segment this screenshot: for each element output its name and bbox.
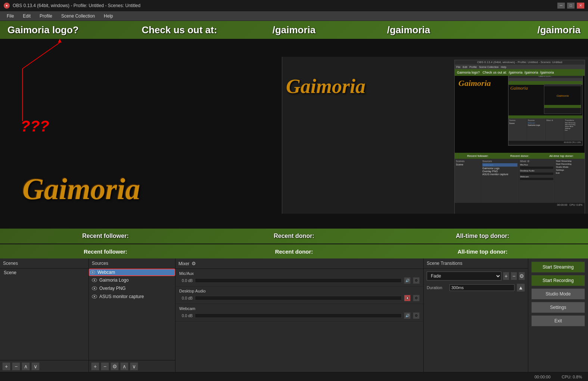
sources-header: Sources bbox=[89, 258, 175, 269]
duration-label: Duration bbox=[427, 285, 447, 290]
mixer-webcam-level bbox=[195, 313, 402, 318]
mixer-panel: Mixer Mic/Aux 0.0 dB 🔊 ⚙ Desktop Audio bbox=[175, 258, 424, 372]
mixer-webcam-mute-button[interactable]: 🔊 bbox=[404, 312, 411, 319]
status-time: 00:00:00 bbox=[535, 375, 551, 379]
mixer-mic-settings-button[interactable]: ⚙ bbox=[413, 277, 420, 284]
controls-panel: Start Streaming Start Recording Studio M… bbox=[528, 258, 588, 372]
scenes-add-button[interactable]: + bbox=[2, 362, 10, 371]
nested2-status: 00:00:00 CPU: 0.8% bbox=[455, 203, 585, 207]
mixer-mic-db: 0.0 dB bbox=[179, 279, 193, 283]
nested2-title: OBS 0.13.4 (64bit, windows) - Profile: U… bbox=[455, 60, 585, 65]
close-button[interactable]: ✕ bbox=[577, 3, 584, 9]
mixer-mic-mute-button[interactable]: 🔊 bbox=[404, 277, 411, 284]
status-row: 00:00:00 CPU: 0.8% bbox=[0, 372, 588, 381]
scenes-remove-button[interactable]: − bbox=[12, 362, 20, 371]
menu-edit[interactable]: Edit bbox=[19, 12, 34, 20]
svg-marker-2 bbox=[58, 39, 62, 43]
mixer-channel-desktop: Desktop Audio 0.0 dB 🔇 ⚙ bbox=[175, 286, 423, 304]
scenes-header: Scenes bbox=[0, 258, 88, 269]
source-label-asus: ASUS monitor capture bbox=[99, 294, 144, 299]
canvas-content: ??? Gaimoria OBS 0.13.4 (64bit, windows)… bbox=[0, 39, 588, 229]
transition-select[interactable]: Fade Cut Swipe Slide bbox=[427, 272, 501, 281]
mixer-desktop-mute-button[interactable]: 🔇 bbox=[404, 295, 411, 301]
window-controls[interactable]: ─ □ ✕ bbox=[557, 3, 584, 9]
preview-area: Gaimoria logo? Check us out at: /gaimori… bbox=[0, 21, 588, 244]
source-label-gaimoria: Gaimoria Logo bbox=[99, 278, 129, 283]
preview-green-bar-bottom: Recent follower: Recent donor: All-time … bbox=[0, 229, 588, 244]
studio-mode-button[interactable]: Studio Mode bbox=[531, 288, 585, 300]
maximize-button[interactable]: □ bbox=[567, 3, 575, 9]
sources-down-button[interactable]: ∨ bbox=[130, 362, 138, 371]
sources-list: Webcam Gaimoria Logo Overlay PNG ASUS mo… bbox=[89, 269, 175, 360]
scenes-list: Scene bbox=[0, 269, 88, 360]
nested2-panels: Scenes Scene Sources Webcam Gaimoria Log… bbox=[455, 159, 585, 203]
nested2-green-bottom: Recent follower: Recent donor: All-time … bbox=[455, 153, 585, 159]
mixer-desktop-label: Desktop Audio bbox=[179, 289, 420, 293]
sources-settings-button[interactable]: ⚙ bbox=[111, 362, 119, 371]
status-cpu: CPU: 0.8% bbox=[562, 375, 582, 379]
nested3-preview: Gaimoria Gaimoria bbox=[508, 81, 582, 118]
scenes-down-button[interactable]: ∨ bbox=[31, 362, 40, 371]
mixer-desktop-controls: 0.0 dB 🔇 ⚙ bbox=[179, 295, 420, 301]
source-label-webcam: Webcam bbox=[97, 270, 115, 275]
svg-line-0 bbox=[22, 43, 60, 69]
duration-up-button[interactable]: ▲ bbox=[517, 284, 525, 292]
source-asus-monitor[interactable]: ASUS monitor capture bbox=[89, 292, 175, 301]
mixer-mic-level bbox=[195, 278, 402, 283]
red-arrow-annotation bbox=[0, 39, 75, 143]
nested3-green-bottom bbox=[508, 115, 582, 118]
nested2-menu: FileEditProfileScene CollectionHelp bbox=[455, 65, 585, 69]
mixer-webcam-settings-button[interactable]: ⚙ bbox=[413, 312, 420, 319]
mixer-header: Mixer bbox=[175, 258, 423, 269]
nested-obs-inner2: OBS 0.13.4 (64bit, windows) - Profile: U… bbox=[454, 60, 585, 214]
menu-bar: File Edit Profile Scene Collection Help bbox=[0, 11, 588, 21]
transition-remove-button[interactable]: − bbox=[511, 272, 517, 280]
mixer-mic-label: Mic/Aux bbox=[179, 271, 420, 276]
preview-top-donor: All-time top donor: bbox=[388, 233, 577, 239]
scenes-up-button[interactable]: ∧ bbox=[22, 362, 30, 371]
scenes-footer: + − ∧ ∨ bbox=[0, 360, 88, 372]
sources-footer: + − ⚙ ∧ ∨ bbox=[89, 360, 175, 372]
status-donor: Recent donor: bbox=[200, 248, 388, 255]
preview-social2: /gaimoria bbox=[351, 24, 466, 36]
transition-settings-button[interactable]: ⚙ bbox=[519, 272, 525, 280]
gaimoria-logo-main: Gaimoria bbox=[22, 172, 140, 206]
source-eye-overlay bbox=[92, 286, 97, 290]
menu-scene-collection[interactable]: Scene Collection bbox=[57, 12, 99, 20]
app-icon: ● bbox=[4, 3, 10, 9]
menu-file[interactable]: File bbox=[3, 12, 18, 20]
sources-up-button[interactable]: ∧ bbox=[120, 362, 128, 371]
mixer-channel-mic: Mic/Aux 0.0 dB 🔊 ⚙ bbox=[175, 269, 423, 286]
title-bar: ● OBS 0.13.4 (64bit, windows) - Profile:… bbox=[0, 0, 588, 11]
panels-row: Scenes Scene + − ∧ ∨ Sources Webcam bbox=[0, 258, 588, 372]
mixer-desktop-settings-button[interactable]: ⚙ bbox=[413, 295, 420, 301]
mixer-gear-icon[interactable] bbox=[192, 261, 196, 266]
nested3-scenes: Scenes Scene bbox=[508, 118, 527, 141]
nested3-obs: OBS 0.13.4... Gaimoria Gaimoria bbox=[508, 75, 583, 146]
minimize-button[interactable]: ─ bbox=[557, 3, 565, 9]
source-gaimoria-logo[interactable]: Gaimoria Logo bbox=[89, 276, 175, 284]
nested2-controls-panel: Start Streaming Start Recording Studio M… bbox=[555, 159, 585, 203]
source-eye-asus bbox=[92, 295, 97, 298]
start-recording-button[interactable]: Start Recording bbox=[531, 275, 585, 286]
start-streaming-button[interactable]: Start Streaming bbox=[531, 261, 585, 273]
exit-button[interactable]: Exit bbox=[531, 315, 585, 326]
sources-panel: Sources Webcam Gaimoria Logo Overlay PNG… bbox=[89, 258, 175, 372]
settings-button[interactable]: Settings bbox=[531, 302, 585, 313]
nested2-mixer-panel: Mixer ⚙ Mic/Aux Desktop Audio Webcam bbox=[519, 159, 554, 203]
nested3-panels: Scenes Scene Sources Webcam Gaimoria Log… bbox=[508, 118, 582, 141]
scenes-list-item-scene[interactable]: Scene bbox=[0, 269, 88, 277]
sources-add-button[interactable]: + bbox=[91, 362, 99, 371]
menu-profile[interactable]: Profile bbox=[36, 12, 56, 20]
source-webcam[interactable]: Webcam bbox=[89, 269, 175, 276]
transition-add-button[interactable]: + bbox=[503, 272, 509, 280]
nested2-preview: Gaimoria logo? Check us out at: /gaimori… bbox=[455, 69, 585, 159]
sources-remove-button[interactable]: − bbox=[101, 362, 109, 371]
nested3-status: 00:00:00 CPU: 0.8% bbox=[508, 141, 582, 144]
nested3-sources: Sources Webcam Gaimoria Logo bbox=[527, 118, 545, 141]
mixer-webcam-label: Webcam bbox=[179, 306, 420, 311]
source-overlay-png[interactable]: Overlay PNG bbox=[89, 284, 175, 292]
preview-social1: /gaimoria bbox=[237, 24, 351, 36]
duration-input[interactable] bbox=[449, 284, 514, 291]
menu-help[interactable]: Help bbox=[100, 12, 117, 20]
